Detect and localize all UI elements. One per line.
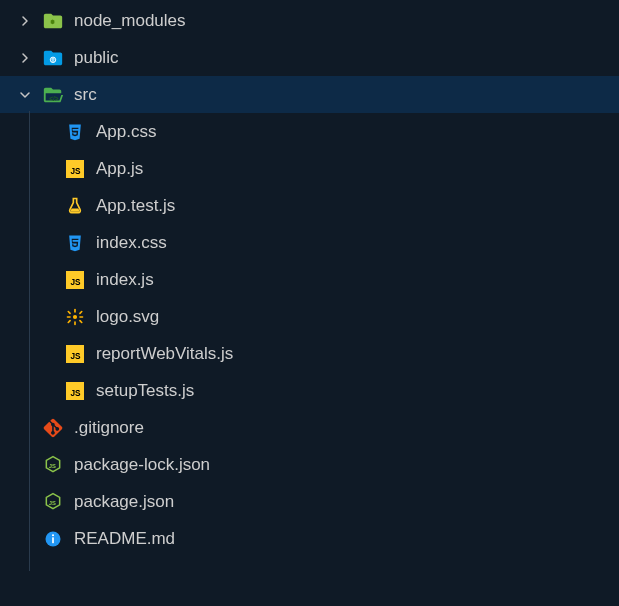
chevron-placeholder <box>38 234 56 252</box>
test-icon <box>64 195 86 217</box>
file-explorer-tree: node_modules public </> src App.css JS <box>0 0 619 557</box>
chevron-placeholder <box>16 493 34 511</box>
js-icon: JS <box>64 380 86 402</box>
readme-icon <box>42 528 64 550</box>
chevron-right-icon[interactable] <box>16 12 34 30</box>
git-icon <box>42 417 64 439</box>
file-label: logo.svg <box>96 307 159 327</box>
chevron-placeholder <box>38 308 56 326</box>
svg-text:JS: JS <box>49 462 56 468</box>
chevron-placeholder <box>16 530 34 548</box>
svg-rect-11 <box>67 310 71 314</box>
folder-public-icon <box>42 47 64 69</box>
nodejs-icon: JS <box>42 454 64 476</box>
svg-rect-7 <box>74 308 76 312</box>
file-label: .gitignore <box>74 418 144 438</box>
folder-label: src <box>74 85 97 105</box>
chevron-placeholder <box>38 271 56 289</box>
file-row-setuptests-js[interactable]: JS setupTests.js <box>0 372 619 409</box>
svg-text:JS: JS <box>71 278 82 287</box>
chevron-placeholder <box>38 345 56 363</box>
file-row-logo-svg[interactable]: logo.svg <box>0 298 619 335</box>
file-label: App.test.js <box>96 196 175 216</box>
file-label: App.js <box>96 159 143 179</box>
file-label: README.md <box>74 529 175 549</box>
folder-label: node_modules <box>74 11 186 31</box>
svg-text:JS: JS <box>49 499 56 505</box>
chevron-placeholder <box>16 419 34 437</box>
file-label: package-lock.json <box>74 455 210 475</box>
js-icon: JS <box>64 343 86 365</box>
css-icon <box>64 232 86 254</box>
svg-point-6 <box>73 314 77 318</box>
file-row-package-lock-json[interactable]: JS package-lock.json <box>0 446 619 483</box>
svg-text:JS: JS <box>71 389 82 398</box>
svg-text:JS: JS <box>71 352 82 361</box>
svg-text:JS: JS <box>71 167 82 176</box>
chevron-placeholder <box>38 160 56 178</box>
folder-row-src[interactable]: </> src <box>0 76 619 113</box>
nodejs-icon: JS <box>42 491 64 513</box>
js-icon: JS <box>64 269 86 291</box>
file-row-index-js[interactable]: JS index.js <box>0 261 619 298</box>
svg-rect-8 <box>74 321 76 325</box>
folder-src-icon: </> <box>42 84 64 106</box>
file-row-app-js[interactable]: JS App.js <box>0 150 619 187</box>
css-icon <box>64 121 86 143</box>
file-label: App.css <box>96 122 156 142</box>
file-label: index.js <box>96 270 154 290</box>
folder-row-node-modules[interactable]: node_modules <box>0 2 619 39</box>
chevron-placeholder <box>16 456 34 474</box>
indent-guide <box>29 111 30 571</box>
folder-node-icon <box>42 10 64 32</box>
chevron-down-icon[interactable] <box>16 86 34 104</box>
file-label: index.css <box>96 233 167 253</box>
folder-label: public <box>74 48 118 68</box>
chevron-placeholder <box>38 382 56 400</box>
file-row-gitignore[interactable]: .gitignore <box>0 409 619 446</box>
svg-point-23 <box>52 534 54 536</box>
svg-rect-14 <box>79 310 83 314</box>
js-icon: JS <box>64 158 86 180</box>
chevron-placeholder <box>38 197 56 215</box>
folder-row-public[interactable]: public <box>0 39 619 76</box>
file-row-readme-md[interactable]: README.md <box>0 520 619 557</box>
chevron-right-icon[interactable] <box>16 49 34 67</box>
svg-rect-10 <box>79 316 83 318</box>
file-label: package.json <box>74 492 174 512</box>
svg-rect-9 <box>67 316 71 318</box>
file-row-package-json[interactable]: JS package.json <box>0 483 619 520</box>
svg-text:</>: </> <box>49 94 59 101</box>
file-row-reportwebvitals-js[interactable]: JS reportWebVitals.js <box>0 335 619 372</box>
file-label: setupTests.js <box>96 381 194 401</box>
file-label: reportWebVitals.js <box>96 344 233 364</box>
file-row-app-test-js[interactable]: App.test.js <box>0 187 619 224</box>
chevron-placeholder <box>38 123 56 141</box>
svg-rect-22 <box>52 537 54 543</box>
file-row-app-css[interactable]: App.css <box>0 113 619 150</box>
svg-rect-13 <box>67 319 71 323</box>
svg-icon <box>64 306 86 328</box>
file-row-index-css[interactable]: index.css <box>0 224 619 261</box>
svg-rect-12 <box>79 319 83 323</box>
